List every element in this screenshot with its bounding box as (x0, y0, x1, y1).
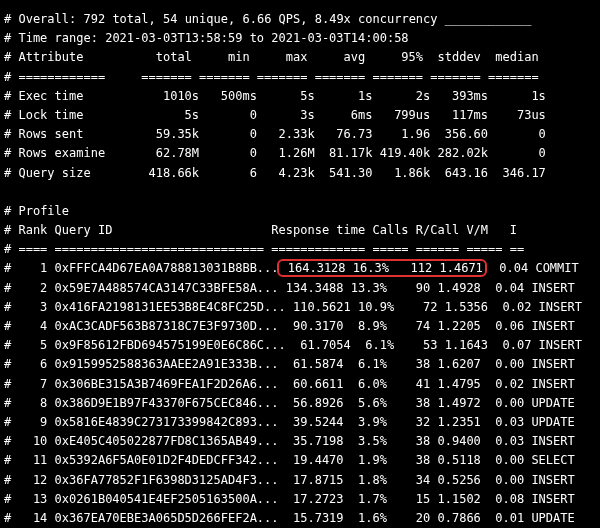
attr-row: # Rows examine 62.78M 0 1.26M 81.17k 419… (4, 144, 596, 163)
profile-row: # 9 0x5816E4839C273173399842C893... 39.5… (4, 413, 596, 432)
time-range-line: # Time range: 2021-03-03T13:58:59 to 202… (4, 29, 596, 48)
attr-row: # Query size 418.66k 6 4.23k 541.30 1.86… (4, 164, 596, 183)
highlight-box: 164.3128 16.3% 112 1.4671 (277, 259, 487, 277)
attr-row: # Rows sent 59.35k 0 2.33k 76.73 1.96 35… (4, 125, 596, 144)
profile-row: # 1 0xFFFCA4D67EA0A788813031B8BB... 164.… (4, 259, 596, 278)
attr-header: # Attribute total min max avg 95% stddev… (4, 48, 596, 67)
profile-label: # Profile (4, 202, 596, 221)
rule: # ==== ============================= ===… (4, 240, 596, 259)
profile-row: # 2 0x59E7A488574CA3147C33BFE58A... 134.… (4, 279, 596, 298)
blank (4, 183, 596, 202)
terminal-output: # Overall: 792 total, 54 unique, 6.66 QP… (0, 0, 600, 528)
attr-row: # Exec time 1010s 500ms 5s 1s 2s 393ms 1… (4, 87, 596, 106)
attr-row: # Lock time 5s 0 3s 6ms 799us 117ms 73us (4, 106, 596, 125)
profile-row: # 4 0xAC3CADF563B87318C7E3F9730D... 90.3… (4, 317, 596, 336)
profile-row: # 12 0x36FA77852F1F6398D3125AD4F3... 17.… (4, 471, 596, 490)
profile-row: # 13 0x0261B040541E4EF2505163500A... 17.… (4, 490, 596, 509)
profile-header: # Rank Query ID Response time Calls R/Ca… (4, 221, 596, 240)
profile-row: # 14 0x367EA70EBE3A065D5D266FEF2A... 15.… (4, 509, 596, 528)
profile-row: # 8 0x386D9E1B97F43370F675CEC846... 56.8… (4, 394, 596, 413)
profile-row: # 10 0xE405C405022877FD8C1365AB49... 35.… (4, 432, 596, 451)
profile-row: # 6 0x9159952588363AAEE2A91E333B... 61.5… (4, 355, 596, 374)
profile-row: # 5 0x9F85612FBD694575199E0E6C86C... 61.… (4, 336, 596, 355)
overall-line: # Overall: 792 total, 54 unique, 6.66 QP… (4, 10, 596, 29)
rule: # ============ ======= ======= ======= =… (4, 68, 596, 87)
profile-row: # 3 0x416FA2198131EE53B8E4C8FC25D... 110… (4, 298, 596, 317)
profile-row: # 7 0x306BE315A3B7469FEA1F2D26A6... 60.6… (4, 375, 596, 394)
profile-row: # 11 0x5392A6F5A0E01D2F4DEDCFF342... 19.… (4, 451, 596, 470)
